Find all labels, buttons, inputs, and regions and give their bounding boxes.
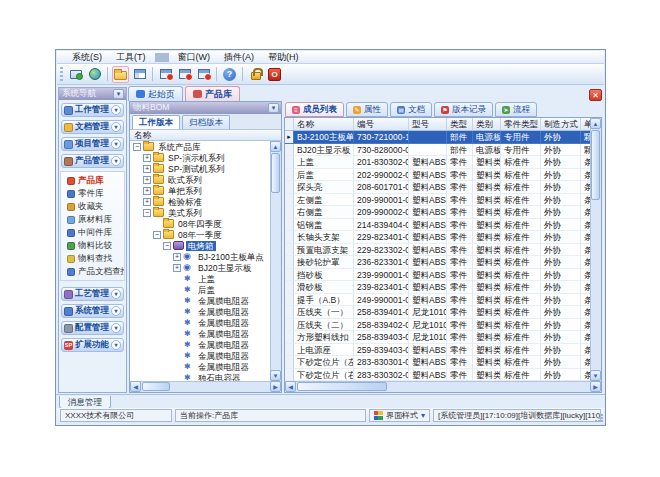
tree-node[interactable]: 欧式系列 — [130, 174, 270, 185]
close-window-icon[interactable] — [157, 66, 174, 83]
menu-item[interactable]: 插件(A) — [217, 51, 261, 63]
table-row[interactable]: 预置电源支架 229-823302-00X 塑料ABS 零件 塑料类 标准件 外… — [285, 244, 590, 257]
chevron-down-icon[interactable]: ▾ — [111, 340, 121, 350]
column-header[interactable]: 零件类型 — [501, 118, 541, 130]
tree-vertical-scrollbar[interactable]: ▲ ▼ — [270, 141, 281, 381]
table-row[interactable]: 后盖 202-990002-01X 塑料ABS 零件 塑料类 标准件 外协 条 — [285, 169, 590, 182]
tree-node[interactable]: 后盖 — [130, 284, 270, 295]
column-header[interactable]: 类别 — [473, 118, 501, 130]
tree-expander[interactable] — [143, 198, 151, 206]
tree-node[interactable]: BJ-2100主板单点 — [130, 251, 270, 262]
sidebar-item[interactable]: 零件库 — [67, 187, 124, 200]
table-row[interactable]: 压线夹（二） 258-839402-00X 尼龙1010 零件 塑料类 标准件 … — [285, 319, 590, 332]
chevron-down-icon[interactable]: ▾ — [111, 139, 121, 149]
sidebar-group-button[interactable]: SP 扩展功能 ▾ — [61, 338, 124, 352]
bom-version-tab[interactable]: 归档版本 — [182, 115, 230, 129]
scroll-left-icon[interactable]: ◀ — [130, 381, 141, 392]
toolbar-grip[interactable] — [60, 67, 63, 81]
folder-icon[interactable] — [112, 66, 129, 83]
tree-node[interactable]: 系统产品库 — [130, 141, 270, 152]
sidebar-item[interactable]: 物料查找 — [67, 252, 124, 265]
tree-node[interactable]: 金属膜电阻器 — [130, 339, 270, 350]
tree-column-header[interactable]: 名称 — [130, 129, 281, 141]
chevron-down-icon[interactable]: ▾ — [111, 122, 121, 132]
member-tab[interactable]: 流程 — [495, 102, 537, 117]
column-header[interactable]: 型号 — [409, 118, 447, 130]
tree-node[interactable]: SP-测试机系列 — [130, 163, 270, 174]
pin-icon[interactable]: ▾ — [113, 89, 124, 99]
tree-horizontal-scrollbar[interactable]: ◀ ▶ — [130, 381, 281, 392]
sidebar-item[interactable]: 物料比较 — [67, 239, 124, 252]
sidebar-group-button[interactable]: 项目管理 ▾ — [61, 137, 124, 151]
sidebar-group-button[interactable]: 文档管理 ▾ — [61, 120, 124, 134]
globe-icon[interactable] — [86, 66, 103, 83]
table-row[interactable]: BJ20主显示板 730-828000-04X 部件 电源板 专用件 外协 颗 — [285, 144, 590, 157]
tree-node[interactable]: SP-演示机系列 — [130, 152, 270, 163]
sidebar-item[interactable]: 收藏夹 — [67, 200, 124, 213]
tree-expander[interactable] — [143, 154, 151, 162]
table-row[interactable]: BJ-2100主板单点 730-721000-12X 部件 电源板 专用件 外协… — [285, 131, 590, 144]
exit-icon[interactable]: O — [266, 66, 283, 83]
tree-node[interactable]: BJ20主显示板 — [130, 262, 270, 273]
table-row[interactable]: 提手（A.B） 249-990001-01X 塑料ABS 零件 塑料类 标准件 … — [285, 294, 590, 307]
sidebar-item[interactable]: 产品库 — [67, 174, 124, 187]
menu-item[interactable]: 系统(S) — [65, 51, 109, 63]
tree-expander[interactable] — [143, 165, 151, 173]
table-row[interactable]: 下砂定位片（右） 283-830302-00X 塑料ABS 零件 塑料类 标准件… — [285, 369, 590, 382]
tree-expander[interactable] — [163, 242, 171, 250]
scroll-up-icon[interactable]: ▲ — [590, 118, 601, 129]
table-horizontal-scrollbar[interactable]: ◀ ▶ — [285, 381, 601, 392]
sidebar-group-button[interactable]: 工艺管理 ▾ — [61, 287, 124, 301]
chevron-down-icon[interactable]: ▾ — [111, 323, 121, 333]
sidebar-item[interactable]: 产品文档查找 — [67, 265, 124, 278]
member-tab[interactable]: 版本记录 — [434, 102, 493, 117]
table-row[interactable]: 方形塑料线扣 258-839403-00X 尼龙1010 零件 塑料类 标准件 … — [285, 331, 590, 344]
table-row[interactable]: 下砂定位片（左） 283-830301-00X 塑料ABS 零件 塑料类 标准件… — [285, 356, 590, 369]
member-tab[interactable]: 属性 — [346, 102, 388, 117]
member-tab[interactable]: 文档 — [390, 102, 432, 117]
table-vertical-scrollbar[interactable]: ▲ ▼ — [590, 118, 601, 381]
tree-node[interactable]: 金属膜电阻器 — [130, 317, 270, 328]
table-row[interactable]: 铝钢盖 214-839404-01X 塑料ABS 零件 塑料类 标准件 外协 条 — [285, 219, 590, 232]
ui-style-picker[interactable]: 界面样式 ▾ — [369, 409, 430, 422]
tree-node[interactable]: 08年一季度 — [130, 229, 270, 240]
toolbar-separator[interactable] — [242, 67, 243, 81]
document-tab[interactable]: 产品库 — [185, 86, 240, 101]
tree-expander[interactable] — [143, 187, 151, 195]
bom-version-tab[interactable]: 工作版本 — [132, 115, 180, 129]
tree-expander[interactable] — [143, 209, 151, 217]
tree-expander[interactable] — [133, 143, 141, 151]
chevron-down-icon[interactable]: ▾ — [111, 289, 121, 299]
table-row[interactable]: 上电源座 259-839403-00X 塑料ABS 零件 塑料类 标准件 外协 … — [285, 344, 590, 357]
table-row[interactable]: 左侧盖 209-990001-01X 塑料ABS 零件 塑料类 标准件 外协 条 — [285, 194, 590, 207]
tree-node[interactable]: 金属膜电阻器 — [130, 350, 270, 361]
toolbar-separator[interactable] — [216, 67, 217, 81]
table-row[interactable]: 挡砂板 239-990001-01X 塑料ABS 零件 塑料类 标准件 外协 条 — [285, 269, 590, 282]
sidebar-item[interactable]: 原材料库 — [67, 213, 124, 226]
column-header[interactable]: 类型 — [447, 118, 473, 130]
menu-item[interactable]: 工具(T) — [109, 51, 153, 63]
scroll-up-icon[interactable]: ▲ — [270, 141, 281, 152]
tree-expander[interactable] — [153, 231, 161, 239]
toolbar-separator[interactable] — [152, 67, 153, 81]
column-header[interactable]: 名称 — [294, 118, 354, 130]
tree-node[interactable]: 美式系列 — [130, 207, 270, 218]
table-row[interactable]: 接砂轮护罩 236-823301-00X 塑料ABS 零件 塑料类 标准件 外协… — [285, 256, 590, 269]
workspace-icon[interactable] — [67, 66, 84, 83]
chevron-down-icon[interactable]: ▾ — [111, 306, 121, 316]
scroll-down-icon[interactable]: ▼ — [270, 370, 281, 381]
table-row[interactable]: 探头亮 208-601701-01X 塑料ABS 零件 塑料类 标准件 外协 条 — [285, 181, 590, 194]
toolbar-separator[interactable] — [107, 67, 108, 81]
menu-item[interactable]: 窗口(W) — [171, 51, 218, 63]
tree-expander[interactable] — [143, 176, 151, 184]
menu-item[interactable] — [155, 53, 169, 62]
chevron-down-icon[interactable]: ▾ — [111, 156, 121, 166]
tree-node[interactable]: 金属膜电阻器 — [130, 361, 270, 372]
scrollbar-thumb[interactable] — [271, 153, 280, 193]
layout-icon[interactable] — [131, 66, 148, 83]
table-row[interactable]: 长轴头支架 229-823401-00X 塑料ABS 零件 塑料类 标准件 外协… — [285, 231, 590, 244]
help-icon[interactable]: ? — [221, 66, 238, 83]
column-header[interactable]: 制造方式 — [541, 118, 581, 130]
close-tab-icon[interactable]: ✕ — [589, 89, 602, 101]
tree-node[interactable]: 金属膜电阻器 — [130, 328, 270, 339]
